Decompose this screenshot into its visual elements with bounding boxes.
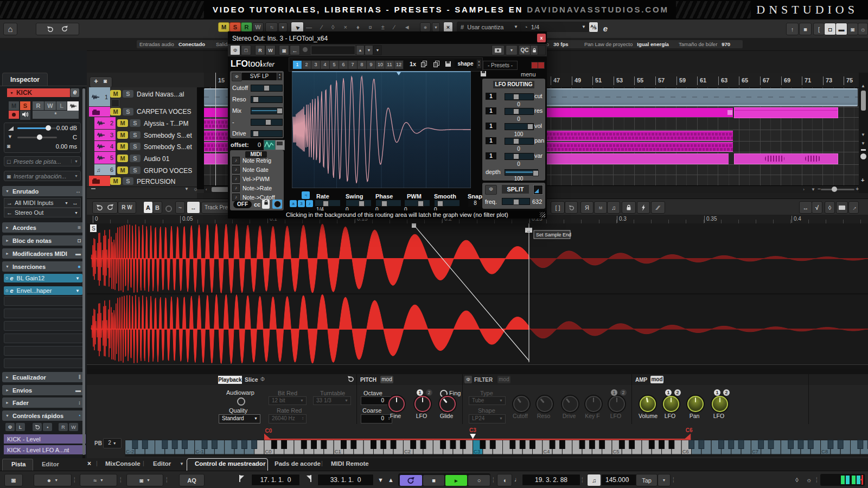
svg-text:C1: C1: [335, 448, 341, 454]
svg-text:↔: ↔: [526, 228, 531, 233]
svg-text:C-1: C-1: [195, 448, 203, 454]
svg-text:C4: C4: [543, 448, 550, 454]
svg-text:C0: C0: [265, 448, 272, 454]
svg-text:S: S: [92, 226, 95, 232]
svg-text:C6: C6: [682, 448, 689, 454]
svg-text:C3: C3: [469, 427, 476, 433]
svg-text:C5: C5: [613, 448, 620, 454]
svg-text:C3: C3: [474, 448, 480, 454]
svg-text:C6: C6: [686, 427, 693, 433]
svg-text:C8: C8: [821, 448, 828, 454]
svg-text:Set Sample End: Set Sample End: [536, 232, 571, 237]
svg-text:C0: C0: [265, 428, 272, 434]
svg-text:C7: C7: [752, 448, 758, 454]
svg-text:C-2: C-2: [126, 448, 134, 454]
svg-text:C2: C2: [404, 448, 411, 454]
